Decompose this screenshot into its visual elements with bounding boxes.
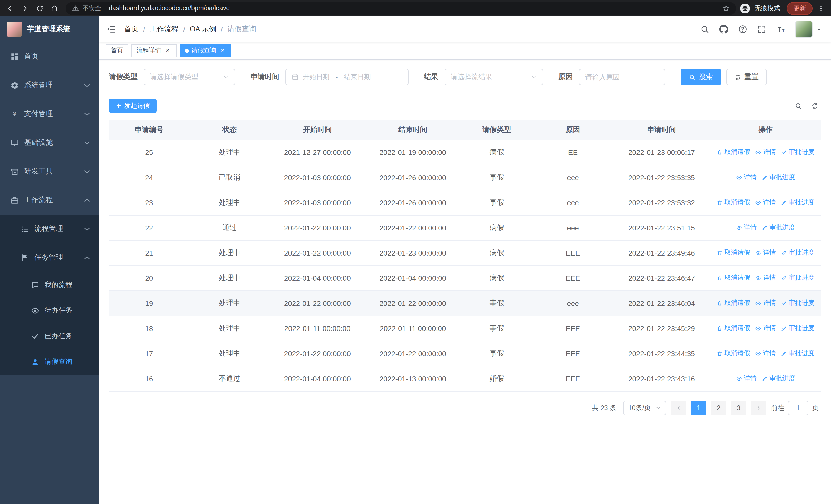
- browser-home-icon[interactable]: [51, 4, 58, 12]
- action-label: 审批进度: [789, 249, 814, 257]
- progress-link[interactable]: 审批进度: [781, 274, 814, 283]
- detail-link[interactable]: 详情: [736, 224, 756, 232]
- page-size-select[interactable]: 10条/页: [623, 401, 666, 415]
- start-date-placeholder: 开始日期: [303, 72, 329, 82]
- sidebar-item-process-mgmt[interactable]: 流程管理: [0, 214, 98, 243]
- help-icon[interactable]: [738, 25, 747, 34]
- sidebar-item-workflow[interactable]: 工作流程: [0, 186, 98, 214]
- page-button-2[interactable]: 2: [711, 401, 726, 415]
- cancel-leave-link[interactable]: 取消请假: [717, 274, 750, 283]
- search-button[interactable]: 搜索: [681, 69, 721, 85]
- progress-link[interactable]: 审批进度: [781, 349, 814, 358]
- cancel-leave-link[interactable]: 取消请假: [717, 148, 750, 157]
- progress-link[interactable]: 审批进度: [781, 299, 814, 308]
- cell-reason: EEE: [533, 366, 613, 391]
- detail-link[interactable]: 详情: [755, 349, 776, 358]
- result-select[interactable]: 请选择流结果: [445, 69, 543, 85]
- progress-link[interactable]: 审批进度: [781, 198, 814, 207]
- detail-link[interactable]: 详情: [755, 324, 776, 333]
- end-date-placeholder: 结束日期: [344, 72, 371, 82]
- cell-type: 病假: [460, 140, 533, 165]
- user-menu[interactable]: [795, 21, 822, 38]
- sidebar-item-home[interactable]: 首页: [0, 42, 98, 71]
- goto-page: 前往 页: [771, 401, 819, 415]
- view-icon: [755, 351, 762, 357]
- detail-link[interactable]: 详情: [755, 299, 776, 308]
- font-size-icon[interactable]: TT: [776, 25, 785, 34]
- browser-forward-icon[interactable]: [21, 4, 29, 12]
- cell-type: 事假: [460, 316, 533, 341]
- cancel-leave-link[interactable]: 取消请假: [717, 324, 750, 333]
- create-leave-button[interactable]: 发起请假: [109, 98, 156, 113]
- progress-link[interactable]: 审批进度: [781, 148, 814, 157]
- browser-back-icon[interactable]: [6, 4, 14, 12]
- close-icon[interactable]: ×: [219, 47, 226, 54]
- github-icon[interactable]: [719, 25, 728, 34]
- goto-page-input[interactable]: [788, 401, 808, 415]
- bookmark-star-icon[interactable]: [722, 4, 730, 12]
- detail-link[interactable]: 详情: [755, 198, 776, 207]
- reset-button[interactable]: 重置: [726, 69, 767, 85]
- update-button[interactable]: 更新: [787, 2, 812, 14]
- browser-menu-icon[interactable]: [817, 4, 825, 12]
- cell-id: 22: [109, 215, 189, 240]
- leave-type-select[interactable]: 请选择请假类型: [144, 69, 235, 85]
- progress-link[interactable]: 审批进度: [762, 224, 795, 232]
- tab-process-detail[interactable]: 流程详情×: [132, 44, 177, 57]
- progress-link[interactable]: 审批进度: [781, 324, 814, 333]
- chevron-left-icon: [676, 405, 682, 411]
- leave-type-placeholder: 请选择请假类型: [150, 72, 198, 82]
- progress-link[interactable]: 审批进度: [762, 375, 795, 383]
- sidebar-toggle-icon[interactable]: [106, 24, 116, 34]
- sidebar-item-leave-query[interactable]: 请假查询: [0, 349, 98, 375]
- sidebar-item-my-process[interactable]: 我的流程: [0, 272, 98, 298]
- breadcrumb-item[interactable]: OA 示例: [190, 25, 216, 34]
- cell-status: 处理中: [189, 291, 269, 316]
- sidebar-item-label: 首页: [24, 52, 91, 61]
- toggle-search-icon[interactable]: [795, 102, 802, 110]
- sidebar-item-payment[interactable]: ¥支付管理: [0, 99, 98, 128]
- cell-end: 2022-01-26 00:00:00: [365, 165, 461, 190]
- detail-link[interactable]: 详情: [755, 249, 776, 257]
- detail-link[interactable]: 详情: [736, 375, 756, 383]
- fullscreen-icon[interactable]: [757, 25, 766, 34]
- tab-leave-query[interactable]: 请假查询×: [180, 44, 231, 57]
- cell-id: 20: [109, 265, 189, 291]
- sidebar-item-infra[interactable]: 基础设施: [0, 128, 98, 157]
- cancel-leave-link[interactable]: 取消请假: [717, 299, 750, 308]
- sidebar-item-todo-task[interactable]: 待办任务: [0, 298, 98, 323]
- detail-link[interactable]: 详情: [755, 274, 776, 283]
- app-logo[interactable]: 芋道管理系统: [0, 17, 98, 42]
- table-toolbar: 发起请假: [109, 98, 821, 113]
- sidebar-item-devtools[interactable]: 研发工具: [0, 157, 98, 186]
- page-button-3[interactable]: 3: [731, 401, 746, 415]
- prev-page-button[interactable]: [671, 401, 686, 415]
- search-icon[interactable]: [700, 25, 709, 34]
- cancel-leave-link[interactable]: 取消请假: [717, 198, 750, 207]
- apply-time-range-picker[interactable]: 开始日期 - 结束日期: [285, 69, 408, 85]
- edit-icon: [781, 149, 787, 155]
- browser-reload-icon[interactable]: [36, 4, 44, 12]
- page-button-1[interactable]: 1: [691, 401, 706, 415]
- cancel-leave-link[interactable]: 取消请假: [717, 249, 750, 257]
- refresh-table-icon[interactable]: [811, 102, 819, 110]
- edit-icon: [781, 275, 787, 281]
- detail-link[interactable]: 详情: [736, 173, 756, 182]
- next-page-button[interactable]: [751, 401, 766, 415]
- breadcrumb-item[interactable]: 工作流程: [150, 25, 179, 34]
- sidebar-item-task-mgmt[interactable]: 任务管理: [0, 243, 98, 272]
- progress-link[interactable]: 审批进度: [781, 249, 814, 257]
- progress-link[interactable]: 审批进度: [762, 173, 795, 182]
- cell-type: 婚假: [460, 366, 533, 391]
- reason-input[interactable]: [579, 69, 665, 85]
- cell-start: 2022-01-22 00:00:00: [270, 215, 365, 240]
- sidebar-item-system[interactable]: 系统管理: [0, 71, 98, 99]
- cancel-leave-link[interactable]: 取消请假: [717, 349, 750, 358]
- breadcrumb-item[interactable]: 首页: [124, 25, 139, 34]
- close-icon[interactable]: ×: [164, 47, 171, 54]
- sidebar-item-done-task[interactable]: 已办任务: [0, 323, 98, 349]
- detail-link[interactable]: 详情: [755, 148, 776, 157]
- address-bar[interactable]: 不安全 dashboard.yudao.iocoder.cn/bpm/oa/le…: [66, 2, 736, 14]
- tab-home[interactable]: 首页: [106, 44, 128, 57]
- edit-icon: [781, 200, 787, 206]
